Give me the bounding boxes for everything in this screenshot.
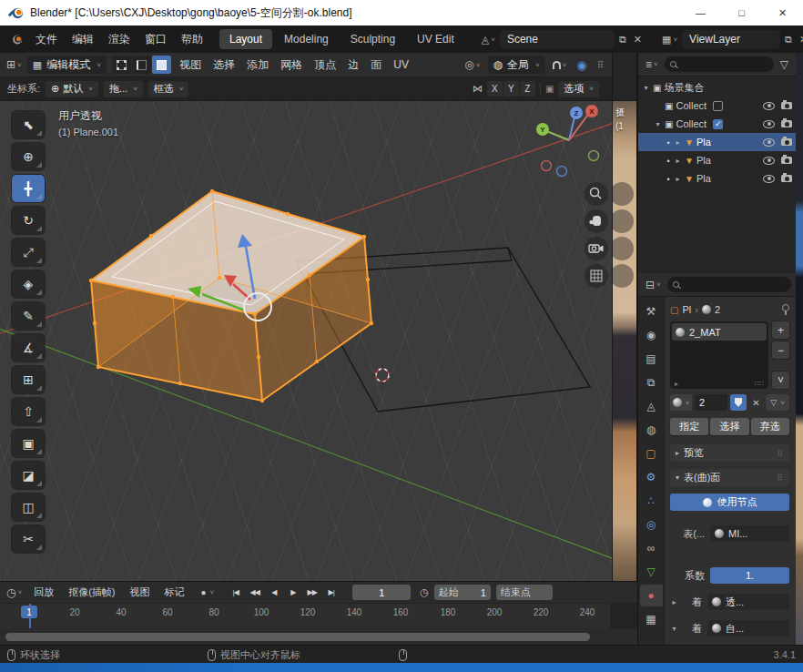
action-button[interactable]: 指定	[670, 418, 708, 435]
material-name-field[interactable]: 2	[695, 394, 727, 411]
editor-type-button[interactable]: ⊟˅	[643, 279, 664, 291]
tool-button[interactable]: ◈	[12, 270, 45, 298]
tool-button[interactable]: ↻	[12, 207, 45, 234]
use-nodes-button[interactable]: 使用节点	[670, 494, 789, 511]
fake-user-button[interactable]	[730, 394, 747, 411]
tool-button[interactable]: ✎	[12, 302, 45, 330]
camera-view-button[interactable]	[584, 237, 608, 260]
tool-button[interactable]: ╋	[12, 175, 45, 202]
timeline-menu-item[interactable]: 抠像(插帧)	[61, 582, 122, 603]
tool-button[interactable]: ⊞	[12, 366, 45, 393]
camera-icon[interactable]	[781, 175, 792, 182]
pivot-point-button[interactable]: ◎˅	[462, 58, 483, 71]
tool-button[interactable]: ⇧	[12, 398, 45, 425]
properties-tab[interactable]: ⚙	[640, 466, 663, 488]
selected-mesh[interactable]	[89, 189, 373, 402]
properties-search-input[interactable]	[667, 277, 791, 292]
properties-tab[interactable]: ∴	[640, 490, 663, 512]
properties-tab[interactable]: ▽	[640, 561, 663, 583]
outliner-row[interactable]: ▾ ▣ 场景集合	[638, 78, 796, 97]
outliner-row[interactable]: ▸ ▼ Pla	[638, 151, 796, 169]
frame-start-field[interactable]: 起始 1	[434, 585, 491, 600]
filter-button[interactable]: ▽	[778, 58, 791, 71]
properties-tab[interactable]: ⧉	[640, 372, 663, 393]
properties-tab[interactable]: ▤	[640, 348, 663, 370]
secondary-viewport-canvas[interactable]: 摄 (1	[613, 101, 636, 581]
remove-slot-button[interactable]: −	[772, 341, 789, 359]
properties-tab[interactable]: ◬	[640, 395, 663, 417]
secondary-viewport[interactable]: 摄 (1	[612, 53, 637, 581]
viewport-menu-item[interactable]: 面	[365, 53, 388, 77]
material-slot[interactable]: 2_MAT	[672, 323, 767, 341]
eye-icon[interactable]	[763, 120, 775, 128]
outliner-search-input[interactable]	[665, 56, 774, 72]
outliner-row[interactable]: ▸ ▼ Pla	[638, 133, 796, 151]
menu-item[interactable]: 编辑	[65, 25, 101, 53]
transport-button[interactable]: ▶▶	[303, 585, 320, 600]
menu-item[interactable]: 文件	[28, 25, 65, 53]
viewlayer-new-button[interactable]: ⧉	[782, 32, 795, 47]
factor-slider[interactable]: 1.	[710, 567, 789, 584]
viewport-menu-item[interactable]: UV	[388, 53, 415, 77]
unlink-material-button[interactable]: ✕	[749, 394, 763, 411]
camera-view-button[interactable]	[612, 237, 634, 260]
transform-orientation-selector[interactable]: ◍ 全局 ˅	[488, 56, 545, 74]
properties-tab[interactable]: ▢	[640, 443, 663, 464]
viewport-menu-item[interactable]: 选择	[208, 53, 241, 77]
properties-tab[interactable]: ∞	[640, 537, 663, 559]
viewport-canvas[interactable]: Y Z X	[0, 101, 612, 581]
collection-checkbox[interactable]	[713, 101, 723, 111]
surface-panel-header[interactable]: ▾ 表(曲)面 ⠿	[670, 469, 789, 486]
close-button[interactable]: ✕	[762, 0, 803, 25]
axis-neg-z-ball[interactable]	[557, 167, 567, 177]
expand-arrow-icon[interactable]: ▾	[642, 84, 650, 92]
camera-icon[interactable]	[781, 120, 792, 127]
slot-specials-button[interactable]: ˅	[772, 372, 789, 389]
transport-button[interactable]: |◀	[227, 585, 244, 600]
workspace-tab[interactable]: Modeling	[274, 29, 339, 49]
workspace-tab[interactable]: UV Edit	[407, 29, 464, 49]
expand-arrow-icon[interactable]: ▾	[670, 625, 678, 633]
properties-tab[interactable]: ⚒	[640, 300, 663, 322]
properties-tab[interactable]: ▦	[640, 608, 663, 630]
outliner-row[interactable]: ▾ ▣ Collect	[638, 115, 796, 133]
menu-item[interactable]: 渲染	[101, 25, 137, 53]
vertex-select-button[interactable]	[112, 56, 131, 74]
auto-keying-button[interactable]: ●˅	[200, 587, 214, 597]
tool-button[interactable]: ⊕	[12, 143, 45, 170]
transport-button[interactable]: ▶|	[322, 585, 340, 600]
camera-icon[interactable]	[781, 102, 792, 109]
viewport-menu-item[interactable]: 视图	[174, 53, 208, 77]
axis-neg-x-ball[interactable]	[542, 161, 552, 171]
snap-toggle-button[interactable]: ˅	[550, 61, 570, 69]
axis-neg-y-ball[interactable]	[589, 151, 599, 161]
action-button[interactable]: 选择	[710, 418, 748, 435]
expand-arrow-icon[interactable]: ▸	[674, 175, 682, 183]
expand-arrow-icon[interactable]: ▸	[670, 598, 678, 606]
maximize-button[interactable]: □	[721, 0, 762, 25]
add-slot-button[interactable]: +	[772, 321, 789, 339]
properties-tab[interactable]: ◍	[640, 419, 663, 441]
expand-arrow-icon[interactable]: ▸	[674, 138, 682, 147]
tool-button[interactable]: ✂	[12, 525, 45, 553]
editor-type-button[interactable]: ≡˅	[643, 58, 661, 71]
tool-button[interactable]: ◪	[12, 462, 45, 489]
menu-item[interactable]: 帮助	[174, 25, 210, 53]
viewlayer-field[interactable]: ViewLayer	[682, 30, 780, 48]
shader-dropdown[interactable]: 自...	[707, 620, 789, 636]
shader-dropdown[interactable]: 透...	[707, 594, 789, 610]
scene-new-button[interactable]: ⧉	[616, 32, 629, 47]
options-dropdown[interactable]: 选项 ˅	[558, 81, 599, 97]
viewport-menu-item[interactable]: 顶点	[309, 53, 342, 77]
pan-button[interactable]	[612, 209, 634, 233]
resize-grip[interactable]: ∷∷	[755, 380, 764, 388]
zoom-button[interactable]	[612, 182, 634, 206]
mirror-axis-button[interactable]: Y	[503, 81, 519, 97]
workspace-tab[interactable]: Sculpting	[341, 29, 405, 49]
frame-end-field[interactable]: 结束点	[496, 585, 553, 600]
mirror-axis-button[interactable]: Z	[520, 81, 535, 97]
ortho-toggle-button[interactable]	[612, 264, 634, 288]
outliner-row[interactable]: ▸ ▼ Pla	[638, 169, 796, 188]
surface-shader-dropdown[interactable]: MI...	[710, 525, 789, 542]
camera-icon[interactable]	[781, 138, 792, 146]
